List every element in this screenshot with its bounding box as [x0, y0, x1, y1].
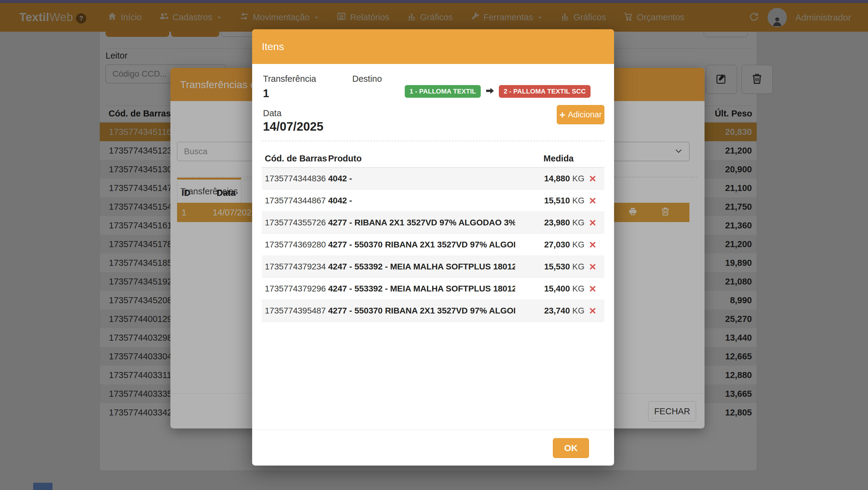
remove-item-button[interactable]: [589, 175, 596, 183]
destination-badge: 2 - PALLOMA TEXTIL SCC: [499, 85, 591, 98]
data-value: 14/07/2025: [263, 120, 323, 133]
transferencia-value: 1: [263, 87, 269, 100]
remove-item-button[interactable]: [589, 285, 596, 293]
item-produto: 4277 - 550370 RIBANA 2X1 3527VD 97% ALGO…: [328, 240, 515, 249]
item-produto: 4247 - 553392 - MEIA MALHA SOFTPLUS 1801…: [328, 284, 515, 294]
itens-modal-header: Itens: [252, 29, 614, 64]
item-medida: 27,030 KG: [515, 240, 585, 249]
item-produto: 4042 -: [328, 174, 515, 183]
item-produto: 4277 - 550370 RIBANA 2X1 3527VD 97% ALGO…: [328, 306, 515, 316]
ok-button[interactable]: OK: [553, 438, 589, 458]
destino-badges: 1 - PALLOMA TEXTIL 2 - PALLOMA TEXTIL SC…: [405, 85, 591, 98]
itens-modal-title: Itens: [262, 41, 284, 53]
transferencia-label: Transferência: [263, 74, 316, 84]
item-barcode: 1735774344867: [262, 196, 328, 206]
item-produto: 4277 - RIBANA 2X1 3527VD 97% ALGODAO 3% …: [328, 218, 515, 227]
item-barcode: 1735774369280: [262, 240, 328, 249]
column-header-barcode: Cód. de Barras: [265, 154, 327, 163]
destino-label: Destino: [352, 74, 382, 84]
data-label: Data: [263, 108, 281, 118]
item-barcode: 1735774395487: [262, 306, 328, 316]
item-row: 17357743954874277 - 550370 RIBANA 2X1 35…: [262, 300, 604, 322]
itens-modal: Itens Transferência 1 Destino 1 - PALLOM…: [252, 29, 614, 465]
item-medida: 23,740 KG: [515, 306, 585, 316]
item-row: 17357743448364042 -14,880 KG: [262, 168, 604, 190]
item-medida: 23,980 KG: [515, 218, 585, 227]
plus-icon: +: [559, 110, 565, 120]
remove-item-button[interactable]: [589, 307, 596, 315]
item-medida: 15,400 KG: [515, 284, 585, 294]
item-row: 17357743792964247 - 553392 - MEIA MALHA …: [262, 278, 604, 300]
item-produto: 4042 -: [328, 196, 515, 206]
item-produto: 4247 - 553392 - MEIA MALHA SOFTPLUS 1801…: [328, 262, 515, 272]
item-medida: 15,530 KG: [515, 262, 585, 272]
remove-item-button[interactable]: [589, 219, 596, 226]
column-header-produto: Produto: [328, 154, 362, 163]
item-row: 17357743557264277 - RIBANA 2X1 3527VD 97…: [262, 212, 604, 234]
adicionar-label: Adicionar: [568, 110, 602, 120]
remove-item-button[interactable]: [589, 263, 596, 271]
ok-label: OK: [564, 443, 578, 453]
remove-item-button[interactable]: [589, 197, 596, 205]
arrow-right-icon: [484, 85, 495, 97]
items-table: 17357743448364042 -14,880 KG173577434486…: [262, 168, 604, 322]
item-row: 17357743792344247 - 553392 - MEIA MALHA …: [262, 256, 604, 278]
top-strip: [0, 0, 868, 3]
modal-footer-divider: [252, 430, 614, 430]
remove-item-button[interactable]: [589, 241, 596, 249]
divider-dashed: [262, 141, 604, 141]
column-header-medida: Medida: [515, 154, 574, 163]
item-row: 17357743692804277 - 550370 RIBANA 2X1 35…: [262, 234, 604, 256]
item-row: 17357743448674042 -15,510 KG: [262, 190, 604, 212]
item-medida: 15,510 KG: [515, 196, 585, 206]
item-barcode: 1735774379296: [262, 284, 328, 294]
adicionar-button[interactable]: + Adicionar: [557, 105, 604, 124]
item-barcode: 1735774379234: [262, 262, 328, 272]
item-barcode: 1735774355726: [262, 218, 328, 227]
item-medida: 14,880 KG: [515, 174, 585, 183]
item-barcode: 1735774344836: [262, 174, 328, 183]
origin-badge: 1 - PALLOMA TEXTIL: [405, 85, 481, 98]
